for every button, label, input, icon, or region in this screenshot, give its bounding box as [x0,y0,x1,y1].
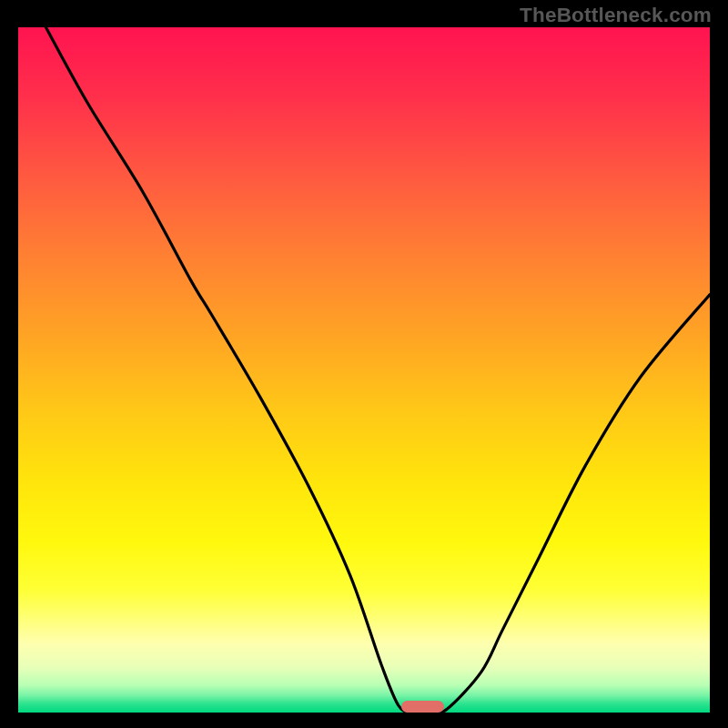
minimum-marker [401,701,444,713]
watermark-label: TheBottleneck.com [520,4,712,27]
plot-area [18,27,710,713]
bottleneck-curve [18,27,710,713]
chart-frame: TheBottleneck.com [0,0,728,728]
